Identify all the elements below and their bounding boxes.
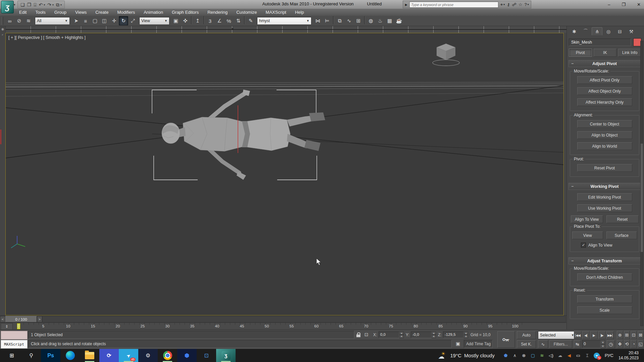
volume-icon[interactable]: ◁) (548, 353, 554, 358)
key-mode-toggle-icon[interactable]: ↹ (574, 340, 581, 348)
help-icon[interactable]: ? (525, 2, 527, 7)
render-production-icon[interactable]: ☕ (394, 16, 404, 25)
panel-button[interactable]: Affect Hierarchy Only (577, 98, 632, 106)
unlink-selection-icon[interactable]: ⊘ (14, 16, 24, 25)
panel-button[interactable]: Center to Object (577, 120, 632, 128)
panel-button[interactable]: Reset Pivot (577, 164, 632, 172)
dock-snap-icon[interactable]: ✻ (0, 28, 5, 31)
tab-modify[interactable]: ⌒ (580, 27, 591, 35)
layer-manager-icon[interactable]: ⧉ (335, 16, 344, 25)
orbit-icon[interactable]: ◔ (631, 340, 637, 348)
hidden-icons-chevron[interactable]: ∧ (512, 353, 517, 358)
remote-desktop-app[interactable]: ⊡ (197, 349, 216, 362)
y-coordinate-field[interactable]: -0,0 (411, 331, 432, 338)
maxscript-mini-listener-pink[interactable] (1, 331, 28, 340)
percent-snap-icon[interactable]: % (224, 16, 234, 25)
selection-lock-icon[interactable] (356, 332, 360, 337)
infocenter-collapse-icon[interactable]: ▶ (405, 3, 407, 6)
zoom-all-icon[interactable]: ⊞ (624, 331, 630, 339)
menu-item[interactable]: Group (50, 9, 71, 16)
named-selection-sets-dropdown[interactable]: hmyst▼ (257, 17, 311, 25)
zoom-extents-all-icon[interactable]: ⊠ (638, 331, 644, 339)
application-menu-logo[interactable]: ʒ (1, 1, 14, 13)
set-key-mode-button[interactable]: Set K. (517, 340, 536, 348)
tab-hierarchy[interactable]: ⋔ (592, 27, 602, 35)
start-button[interactable]: ⊞ (2, 349, 21, 362)
clock[interactable]: 20:43 14.05.2023 (618, 351, 639, 361)
separator[interactable] (364, 16, 365, 24)
reference-coordinate-system-dropdown[interactable]: View▼ (139, 17, 169, 25)
tab-create[interactable]: ✱ (569, 27, 580, 35)
maxscript-mini-listener-white[interactable]: MAXScript (1, 340, 28, 349)
object-name-field[interactable]: Skin_Mesh (569, 39, 631, 46)
rollout-header-adjust-pivot[interactable]: − Adjust Pivot (568, 60, 641, 67)
previous-frame-arrow[interactable]: < (0, 316, 5, 322)
next-frame-arrow[interactable]: > (37, 316, 42, 322)
z-coordinate-field[interactable]: -129,5 (443, 331, 464, 338)
search-button[interactable]: ⚲ (21, 349, 41, 362)
defender-icon[interactable]: ⊗ (521, 353, 527, 358)
track-ruler-strip[interactable]: ▼ (5, 26, 644, 33)
maximize-viewport-toggle-icon[interactable]: ◱ (638, 340, 644, 348)
current-frame-field[interactable]: 0 (582, 340, 601, 348)
menu-item[interactable]: Views (71, 9, 91, 16)
schematic-view-icon[interactable]: ⊞ (354, 16, 363, 25)
y-spinner[interactable]: ▲▼ (432, 331, 436, 338)
toolbar-handle[interactable] (1, 17, 3, 25)
x-coordinate-field[interactable]: 0,0 (379, 331, 399, 338)
tab-display[interactable]: ⊟ (614, 27, 625, 35)
align-icon[interactable]: ⊨ (323, 16, 332, 25)
volume-orange-icon[interactable]: ◀ (566, 353, 572, 358)
communication-center-icon[interactable]: ☍ (512, 2, 516, 7)
menu-item[interactable]: Tools (31, 9, 50, 16)
restore-button[interactable]: ❐ (622, 2, 626, 7)
go-to-end-icon[interactable]: ▶▶| (606, 331, 614, 339)
panel-scrollbar[interactable] (640, 41, 643, 326)
align-to-view-checkbox[interactable]: ✓ (581, 243, 586, 248)
panel-button[interactable]: Affect Pivot Only (577, 76, 632, 84)
go-to-start-icon[interactable]: |◀◀ (574, 331, 582, 339)
steam-app[interactable]: ⚙ (138, 349, 158, 362)
previous-frame-icon[interactable]: ◀| (582, 331, 590, 339)
keyboard-shortcut-override-icon[interactable]: ↥ (193, 16, 202, 25)
mic-icon[interactable]: ⌶ (585, 353, 590, 358)
panel-button[interactable]: Transform (577, 295, 632, 303)
rollout-header-adjust-transform[interactable]: − Adjust Transform (568, 257, 641, 264)
viewport-label[interactable]: [ + ][ Perspective ] [ Smooth + Highligh… (8, 35, 86, 40)
backup-app[interactable]: ⟳ (99, 349, 119, 362)
time-slider-handle[interactable]: 0 / 100 (5, 316, 37, 322)
chrome-app[interactable] (158, 349, 177, 362)
menu-item[interactable]: Edit (15, 9, 31, 16)
play-icon[interactable]: ▶ (590, 331, 598, 339)
panel-button[interactable]: Don't Affect Children (577, 273, 632, 281)
explorer-app[interactable] (80, 349, 99, 362)
edge-app[interactable] (60, 349, 80, 362)
menu-item[interactable]: Customize (232, 9, 261, 16)
selection-filter-dropdown[interactable]: All▼ (35, 17, 70, 25)
select-and-link-icon[interactable]: ∞ (5, 16, 14, 25)
open-mini-curve-editor-icon[interactable]: ⇕ (1, 323, 13, 330)
network-icon[interactable]: ≋ (539, 353, 545, 358)
pivot-button[interactable]: Pivot (569, 49, 592, 57)
panel-button[interactable]: Align to World (577, 142, 632, 150)
time-configuration-icon[interactable]: ◷ (607, 340, 615, 348)
menu-item[interactable]: MAXScript (261, 9, 291, 16)
tab-motion[interactable]: ◎ (603, 27, 614, 35)
language-indicator[interactable]: РУС (605, 353, 613, 358)
select-and-manipulate-icon[interactable]: ✜ (181, 16, 190, 25)
edit-named-selection-sets-icon[interactable]: ✎ (246, 16, 255, 25)
frame-spinner[interactable]: ▲▼ (601, 340, 605, 348)
panel-button[interactable]: Align To View (571, 215, 603, 223)
spinner-snap-icon[interactable]: ⇅ (234, 16, 243, 25)
panel-button[interactable]: Edit Working Pivot (577, 193, 632, 201)
photoshop-app[interactable]: Ps (41, 349, 60, 362)
mirror-icon[interactable]: ⋈ (313, 16, 323, 25)
key-filters-button[interactable]: Filters... (549, 340, 572, 348)
onedrive-icon[interactable]: ☁ (557, 353, 563, 358)
collapse-icon[interactable]: − (571, 184, 574, 189)
tab-utilities[interactable]: ⚒ (626, 27, 637, 35)
security-shield-icon[interactable]: ⬟ (503, 353, 508, 358)
separator[interactable] (203, 16, 204, 24)
favorites-star-icon[interactable]: ☆ (518, 2, 523, 7)
use-pivot-point-center-icon[interactable]: ▣ (171, 16, 181, 25)
